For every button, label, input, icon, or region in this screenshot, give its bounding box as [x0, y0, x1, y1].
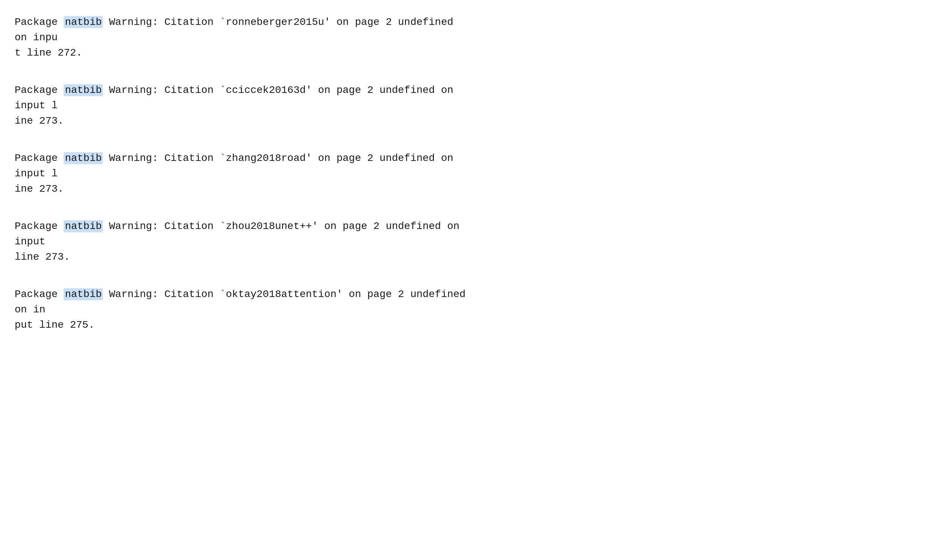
warnings-container: Package natbib Warning: Citation `ronneb…	[15, 15, 915, 333]
warning-text-3: Package natbib Warning: Citation `zhang2…	[15, 151, 915, 197]
warning-block-5: Package natbib Warning: Citation `oktay2…	[15, 287, 915, 333]
natbib-keyword-4: natbib	[64, 220, 103, 232]
warning-block-2: Package natbib Warning: Citation `ccicce…	[15, 83, 915, 129]
natbib-keyword-1: natbib	[64, 16, 103, 28]
natbib-keyword-3: natbib	[64, 152, 103, 164]
warning-text-5: Package natbib Warning: Citation `oktay2…	[15, 287, 915, 333]
warning-text-1: Package natbib Warning: Citation `ronneb…	[15, 15, 915, 61]
warning-block-3: Package natbib Warning: Citation `zhang2…	[15, 151, 915, 197]
natbib-keyword-2: natbib	[64, 84, 103, 96]
warning-block-4: Package natbib Warning: Citation `zhou20…	[15, 219, 915, 265]
natbib-keyword-5: natbib	[64, 288, 103, 300]
warning-block-1: Package natbib Warning: Citation `ronneb…	[15, 15, 915, 61]
warning-text-4: Package natbib Warning: Citation `zhou20…	[15, 219, 915, 265]
warning-text-2: Package natbib Warning: Citation `ccicce…	[15, 83, 915, 129]
